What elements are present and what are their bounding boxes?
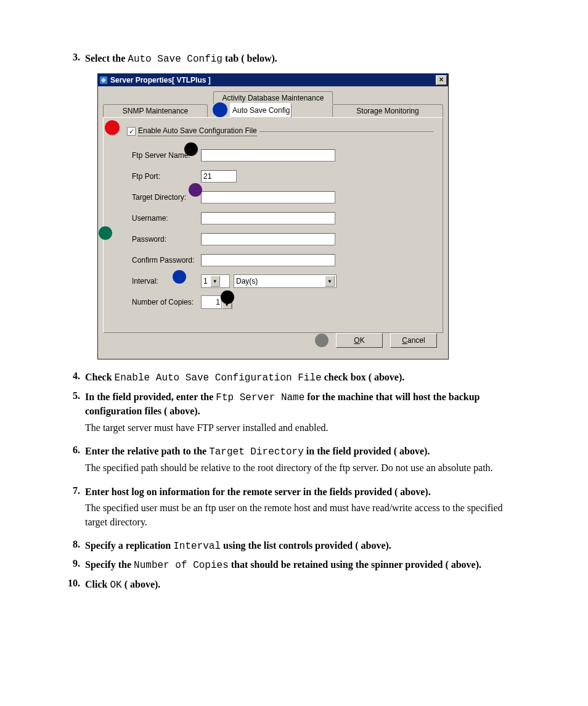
step-text: Select the Auto Save Config tab ( below)… <box>85 53 277 64</box>
step-3: 3. Select the Auto Save Config tab ( bel… <box>62 52 526 66</box>
step-number: 9. <box>62 558 80 569</box>
step-paragraph: The target server must have FTP server i… <box>85 421 526 435</box>
ftp-server-input[interactable] <box>201 149 335 162</box>
step-paragraph: The specified user must be an ftp user o… <box>85 501 526 529</box>
step-text: Enter host log on information for the re… <box>85 486 431 497</box>
step-text: Specify the Number of Copies that should… <box>85 559 481 570</box>
step-number: 10. <box>62 578 80 589</box>
close-button[interactable]: × <box>436 75 447 85</box>
ok-button[interactable]: OK <box>336 333 383 348</box>
confirm-password-input[interactable] <box>201 254 335 266</box>
checkbox-label: Enable Auto Save Configuration File <box>138 126 257 136</box>
group-line <box>259 131 434 132</box>
label-number-of-copies: Number of Copies: <box>132 298 201 306</box>
step-number: 4. <box>62 371 80 382</box>
step-text: Click OK ( above). <box>85 579 160 589</box>
app-icon <box>99 76 108 84</box>
label-ftp-port: Ftp Port: <box>132 172 201 181</box>
label-password: Password: <box>132 235 201 244</box>
step-number: 7. <box>62 485 80 496</box>
label-interval: Interval: <box>132 277 201 285</box>
label-username: Username: <box>132 214 201 223</box>
tab-snmp-maintenance[interactable]: SNMP Maintenance <box>103 104 208 117</box>
interval-number-select[interactable]: 1 ▼ <box>201 274 230 288</box>
password-input[interactable] <box>201 233 335 245</box>
step-text: In the field provided, enter the Ftp Ser… <box>85 392 480 416</box>
step-5: 5. In the field provided, enter the Ftp … <box>62 390 526 440</box>
step-4: 4. Check Enable Auto Save Configuration … <box>62 371 526 385</box>
callout-marker-g <box>315 334 329 347</box>
dialog-title: Server Properties[ VTLPlus ] <box>110 76 436 84</box>
step-number: 8. <box>62 539 80 550</box>
chevron-down-icon: ▼ <box>325 276 335 287</box>
step-paragraph: The specified path should be relative to… <box>85 461 526 475</box>
step-8: 8. Specify a replication Interval using … <box>62 539 526 553</box>
step-text: Enter the relative path to the Target Di… <box>85 446 430 456</box>
tab-auto-save-config[interactable]: Auto Save Config <box>230 103 292 118</box>
titlebar: Server Properties[ VTLPlus ] × <box>98 74 448 86</box>
enable-auto-save-checkbox[interactable]: ✓ Enable Auto Save Configuration File <box>127 126 257 136</box>
step-text: Check Enable Auto Save Configuration Fil… <box>85 372 404 382</box>
callout-marker <box>213 102 227 117</box>
step-10: 10. Click OK ( above). <box>62 578 526 592</box>
target-directory-input[interactable] <box>201 191 335 203</box>
callout-marker-d <box>99 226 112 240</box>
step-text: Specify a replication Interval using the… <box>85 540 391 551</box>
ftp-port-input[interactable] <box>201 170 237 183</box>
step-number: 3. <box>62 52 80 63</box>
step-number: 5. <box>62 390 80 401</box>
step-6: 6. Enter the relative path to the Target… <box>62 445 526 480</box>
checkbox-icon: ✓ <box>127 127 136 136</box>
step-9: 9. Specify the Number of Copies that sho… <box>62 558 526 572</box>
interval-unit-select[interactable]: Day(s) ▼ <box>234 274 337 288</box>
step-7: 7. Enter host log on information for the… <box>62 485 526 534</box>
cancel-button[interactable]: Cancel <box>390 333 437 348</box>
step-number: 6. <box>62 445 80 456</box>
dialog-server-properties: Server Properties[ VTLPlus ] × Activity … <box>97 73 449 359</box>
tab-storage-monitoring[interactable]: Storage Monitoring <box>332 104 443 117</box>
label-confirm-password: Confirm Password: <box>132 256 201 265</box>
username-input[interactable] <box>201 212 335 224</box>
chevron-down-icon: ▼ <box>210 276 220 287</box>
